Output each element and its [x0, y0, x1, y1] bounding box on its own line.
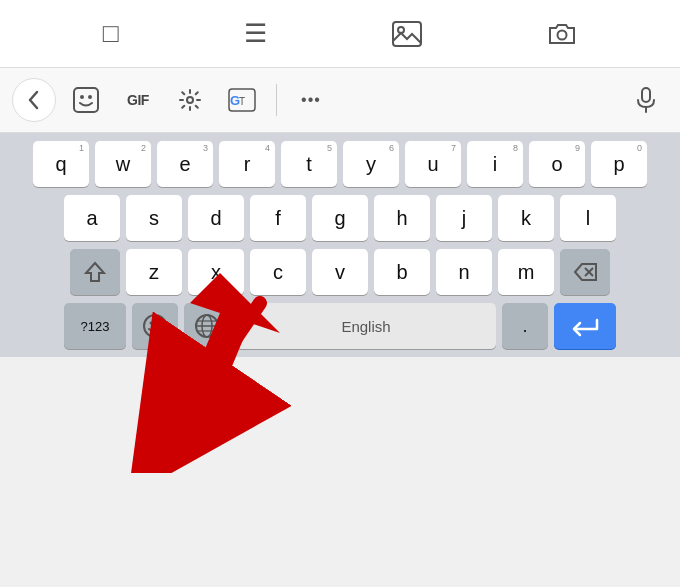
key-row-2: a s d f g h j k l [4, 195, 676, 241]
more-button[interactable]: ••• [289, 78, 333, 122]
key-t[interactable]: 5t [281, 141, 337, 187]
enter-key[interactable] [554, 303, 616, 349]
key-r[interactable]: 4r [219, 141, 275, 187]
bottom-row: ?123 English . [4, 303, 676, 349]
emoji-key[interactable] [132, 303, 178, 349]
key-e[interactable]: 3e [157, 141, 213, 187]
back-button[interactable] [12, 78, 56, 122]
key-g[interactable]: g [312, 195, 368, 241]
gif-button[interactable]: GIF [116, 78, 160, 122]
key-f[interactable]: f [250, 195, 306, 241]
svg-rect-0 [393, 22, 421, 46]
svg-rect-10 [642, 88, 650, 102]
svg-marker-12 [86, 263, 104, 281]
key-x[interactable]: x [188, 249, 244, 295]
svg-point-16 [150, 322, 153, 325]
keyboard-container: 1q 2w 3e 4r 5t 6y 7u 8i 9o 0p a s d f g … [0, 133, 680, 357]
key-row-1: 1q 2w 3e 4r 5t 6y 7u 8i 9o 0p [4, 141, 676, 187]
key-h[interactable]: h [374, 195, 430, 241]
key-u[interactable]: 7u [405, 141, 461, 187]
square-icon[interactable]: □ [103, 18, 119, 49]
key-s[interactable]: s [126, 195, 182, 241]
key-c[interactable]: c [250, 249, 306, 295]
num-sym-key[interactable]: ?123 [64, 303, 126, 349]
key-v[interactable]: v [312, 249, 368, 295]
key-y[interactable]: 6y [343, 141, 399, 187]
translate-button[interactable]: G T [220, 78, 264, 122]
key-k[interactable]: k [498, 195, 554, 241]
keyboard-toolbar: GIF G T ••• [0, 68, 680, 133]
sticker-button[interactable] [64, 78, 108, 122]
key-o[interactable]: 9o [529, 141, 585, 187]
key-p[interactable]: 0p [591, 141, 647, 187]
key-q[interactable]: 1q [33, 141, 89, 187]
toolbar-divider [276, 84, 277, 116]
keyboard-main: 1q 2w 3e 4r 5t 6y 7u 8i 9o 0p a s d f g … [0, 133, 680, 357]
key-a[interactable]: a [64, 195, 120, 241]
svg-text:T: T [239, 96, 245, 107]
delete-key[interactable] [560, 249, 610, 295]
key-row-3: z x c v b n m [4, 249, 676, 295]
settings-button[interactable] [168, 78, 212, 122]
svg-point-4 [80, 95, 84, 99]
key-l[interactable]: l [560, 195, 616, 241]
dot-key[interactable]: . [502, 303, 548, 349]
svg-point-2 [558, 30, 567, 39]
key-z[interactable]: z [126, 249, 182, 295]
globe-key[interactable] [184, 303, 230, 349]
space-key[interactable]: English [236, 303, 496, 349]
svg-point-5 [88, 95, 92, 99]
key-n[interactable]: n [436, 249, 492, 295]
camera-icon[interactable] [547, 21, 577, 47]
list-icon[interactable]: ☰ [244, 18, 267, 49]
key-d[interactable]: d [188, 195, 244, 241]
svg-rect-3 [74, 88, 98, 112]
key-j[interactable]: j [436, 195, 492, 241]
mic-button[interactable] [624, 78, 668, 122]
image-icon[interactable] [392, 21, 422, 47]
key-m[interactable]: m [498, 249, 554, 295]
svg-point-15 [144, 315, 166, 337]
key-b[interactable]: b [374, 249, 430, 295]
top-toolbar: □ ☰ [0, 0, 680, 68]
svg-point-6 [187, 97, 193, 103]
key-w[interactable]: 2w [95, 141, 151, 187]
key-i[interactable]: 8i [467, 141, 523, 187]
shift-key[interactable] [70, 249, 120, 295]
svg-point-17 [158, 322, 161, 325]
